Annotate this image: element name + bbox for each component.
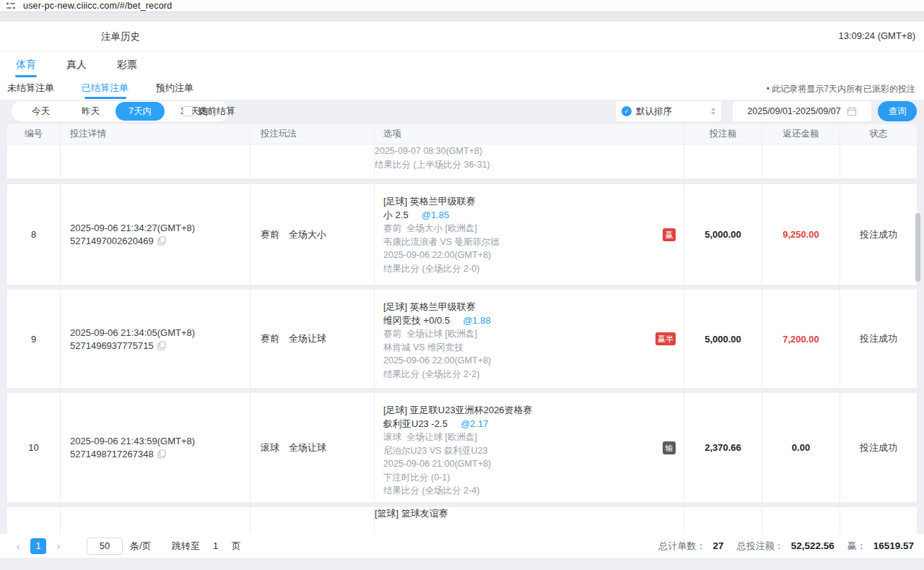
- bet-time: 2025-09-06 21:34:05(GMT+8): [70, 327, 250, 338]
- col-option: 选项: [375, 124, 684, 144]
- query-button[interactable]: 查询: [878, 101, 917, 121]
- pick: 维冈竞技 +0/0.5: [383, 314, 450, 328]
- play-stage: 赛前: [261, 228, 279, 241]
- early-settle-label: 提前结算: [198, 105, 235, 118]
- league: [足球] 英格兰甲级联赛: [383, 195, 675, 209]
- top-band: [0, 12, 924, 22]
- tab-sports[interactable]: 体育: [16, 59, 36, 77]
- early-settle-option[interactable]: 提前结算: [183, 101, 235, 121]
- total-count-value: 27: [713, 540, 724, 551]
- stake-amount: 5,000.00: [684, 184, 762, 285]
- result-score: 结果比分 (全场比分 2-2): [383, 368, 675, 381]
- range-yesterday[interactable]: 昨天: [66, 101, 116, 121]
- clock: 13:09:24 (GMT+8): [838, 30, 915, 41]
- subtab-reserved[interactable]: 预约注单: [156, 82, 193, 100]
- pagination: ‹ 1 › 条/页 跳转至 页: [0, 537, 241, 555]
- copy-icon[interactable]: [157, 236, 166, 246]
- win-value: 16519.57: [873, 540, 914, 551]
- ticket-id: 5271498717267348: [70, 449, 154, 459]
- col-id: 编号: [7, 124, 61, 144]
- market-detail: 赛前 全场大小 [欧洲盘]: [383, 222, 675, 236]
- range-7days[interactable]: 7天内: [116, 102, 165, 121]
- stake-amount: 5,000.00: [684, 290, 762, 388]
- browser-address-bar[interactable]: user-pc-new.ciiicc.com/#/bet_record: [0, 0, 924, 12]
- result-score: 结果比分 (全场比分 2-4): [383, 484, 675, 498]
- page-size-input[interactable]: [87, 537, 123, 555]
- page-word-label: 页: [232, 540, 241, 553]
- win-label: 赢：: [847, 540, 866, 553]
- record-note: • 此记录将显示7天内所有已派彩的投注: [767, 83, 915, 95]
- copy-icon[interactable]: [157, 341, 166, 350]
- result-badge: 赢: [663, 228, 676, 241]
- table-row: 9 2025-09-06 21:34:05(GMT+8) 52714969377…: [7, 290, 917, 388]
- range-today[interactable]: 今天: [16, 101, 66, 121]
- result-badge: 输: [663, 441, 676, 454]
- tab-live[interactable]: 真人: [66, 59, 87, 77]
- ticket-id: 5271497002620469: [70, 236, 154, 246]
- match-time: 2025-09-07 08:30(GMT+8): [375, 144, 684, 158]
- check-circle-icon: ✓: [622, 106, 632, 116]
- total-stake-value: 52,522.56: [791, 540, 834, 551]
- main-tabs: 体育 真人 彩票: [0, 51, 924, 77]
- tab-lottery[interactable]: 彩票: [117, 59, 137, 77]
- date-range-value: 2025/09/01-2025/09/07: [747, 106, 840, 116]
- sort-select[interactable]: ✓ 默认排序: [616, 101, 721, 121]
- bet-time: 2025-09-06 21:43:59(GMT+8): [70, 436, 250, 446]
- col-status: 状态: [840, 124, 917, 144]
- bet-status: 投注成功: [840, 290, 917, 388]
- result-score: 结果比分 (全场比分 2-0): [383, 262, 675, 276]
- bet-status: 投注成功: [840, 393, 917, 502]
- play-market: 全场让球: [289, 332, 326, 345]
- sort-caret-icon: [711, 108, 715, 115]
- date-range-picker[interactable]: 2025/09/01-2025/09/07: [733, 101, 871, 121]
- table-row-partial-top: 2025-09-07 08:30(GMT+8) 结果比分 (上半场比分 36-3…: [7, 144, 917, 178]
- play-market: 全场大小: [289, 228, 326, 241]
- subtab-settled[interactable]: 已结算注单: [82, 82, 128, 100]
- table-row: 8 2025-09-06 21:34:27(GMT+8) 52714970026…: [7, 184, 917, 285]
- pick: 叙利亚U23 -2.5: [383, 418, 448, 431]
- url-text[interactable]: user-pc-new.ciiicc.com/#/bet_record: [23, 1, 172, 11]
- bet-score: 下注时比分 (0-1): [383, 471, 675, 485]
- play-stage: 赛前: [261, 332, 279, 345]
- payout-amount: 0.00: [762, 393, 840, 502]
- sort-selected-value: 默认排序: [636, 105, 707, 118]
- match-time: 2025-09-06 22:00(GMT+8): [383, 249, 675, 262]
- copy-icon[interactable]: [157, 449, 166, 459]
- match-teams: 尼泊尔U23 VS 叙利亚U23: [383, 444, 675, 458]
- jump-to-label: 跳转至: [172, 540, 200, 553]
- table-header: 编号 投注详情 投注玩法 选项 投注额 返还金额 状态: [7, 124, 917, 144]
- bet-number: 10: [7, 393, 61, 502]
- footer-bar: ‹ 1 › 条/页 跳转至 页 总计单数： 27 总投注额： 52,522.56…: [0, 534, 924, 558]
- browser-tab-icon: [6, 1, 16, 10]
- league: [足球] 英格兰甲级联赛: [383, 301, 675, 314]
- total-stake-label: 总投注额：: [737, 540, 784, 553]
- page-1-button[interactable]: 1: [30, 538, 46, 554]
- prev-page-icon[interactable]: ‹: [13, 540, 23, 552]
- sub-tabs: 未结算注单 已结算注单 预约注单 • 此记录将显示7天内所有已派彩的投注: [0, 77, 924, 100]
- early-settle-checkbox[interactable]: [183, 106, 193, 116]
- payout-amount: 9,250.00: [762, 184, 840, 285]
- ticket-id: 5271496937775715: [70, 340, 154, 351]
- play-stage: 滚球: [261, 441, 279, 454]
- calendar-icon: [847, 106, 857, 116]
- filter-bar: 今天 昨天 7天内 30天内 提前结算 ✓ 默认排序 2025/09/01-20…: [0, 101, 924, 121]
- col-play: 投注玩法: [250, 124, 375, 144]
- bet-time: 2025-09-06 21:34:27(GMT+8): [70, 223, 250, 233]
- match-time: 2025-09-06 22:00(GMT+8): [383, 354, 675, 368]
- pick: 小 2.5: [383, 209, 409, 223]
- next-page-icon[interactable]: ›: [53, 540, 64, 552]
- league: [篮球] 篮球友谊赛: [375, 507, 684, 521]
- market-detail: 滚球 全场让球 [欧洲盘]: [383, 431, 675, 444]
- odds: @1.85: [422, 209, 450, 223]
- col-payout: 返还金额: [762, 124, 840, 144]
- stake-amount: 2,370.66: [684, 393, 762, 502]
- jump-page-input[interactable]: [207, 538, 225, 554]
- bet-table: 编号 投注详情 投注玩法 选项 投注额 返还金额 状态 2025-09-07 0…: [7, 124, 917, 534]
- bet-number: 8: [7, 184, 61, 285]
- match-time: 2025-09-06 21:00(GMT+8): [383, 457, 675, 471]
- subtab-unsettled[interactable]: 未结算注单: [7, 82, 54, 100]
- col-detail: 投注详情: [61, 124, 250, 144]
- vertical-scrollbar[interactable]: [915, 213, 920, 282]
- bet-status: 投注成功: [840, 184, 917, 285]
- per-page-label: 条/页: [130, 540, 152, 553]
